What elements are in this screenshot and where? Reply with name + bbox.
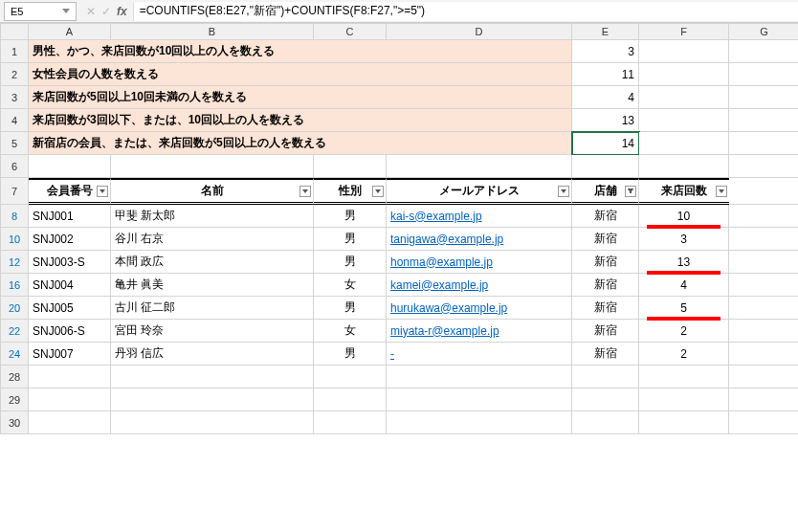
mail-link[interactable]: miyata-r@example.jp (390, 324, 499, 338)
empty-cell[interactable] (639, 411, 729, 434)
cell-visit[interactable]: 4 (639, 274, 729, 297)
cell-mail[interactable]: hurukawa@example.jp (387, 297, 572, 320)
empty-cell[interactable] (729, 320, 798, 343)
cell-visit[interactable]: 2 (639, 320, 729, 343)
empty-cell[interactable] (111, 411, 314, 434)
col-header-F[interactable]: F (639, 23, 729, 40)
col-header-G[interactable]: G (729, 23, 798, 40)
empty-cell[interactable] (729, 388, 798, 411)
cell-id[interactable]: SNJ005 (29, 297, 111, 320)
empty-cell[interactable] (729, 274, 798, 297)
cell-id[interactable]: SNJ006-S (29, 320, 111, 343)
row-header[interactable]: 1 (0, 40, 29, 63)
cell-id[interactable]: SNJ004 (29, 274, 111, 297)
empty-cell[interactable] (314, 155, 387, 178)
empty-cell[interactable] (29, 388, 111, 411)
cell-sex[interactable]: 男 (314, 251, 387, 274)
cell-visit[interactable]: 10 (639, 205, 729, 228)
table-header-visit[interactable]: 来店回数 (639, 178, 729, 205)
row-header[interactable]: 16 (0, 274, 29, 297)
empty-cell[interactable] (572, 155, 639, 178)
cell-name[interactable]: 甲斐 新太郎 (111, 205, 314, 228)
empty-cell[interactable] (314, 388, 387, 411)
empty-cell[interactable] (729, 228, 798, 251)
filter-icon[interactable] (372, 186, 384, 197)
row-header[interactable]: 4 (0, 109, 29, 132)
cell-visit[interactable]: 2 (639, 343, 729, 366)
empty-cell[interactable] (387, 388, 572, 411)
empty-cell[interactable] (639, 63, 729, 86)
cell-mail[interactable]: honma@example.jp (387, 251, 572, 274)
cell-mail[interactable]: kai-s@example.jp (387, 205, 572, 228)
table-header-sex[interactable]: 性別 (314, 178, 387, 205)
cell-shop[interactable]: 新宿 (572, 205, 639, 228)
mail-link[interactable]: kai-s@example.jp (390, 210, 482, 223)
row-header[interactable]: 6 (0, 155, 29, 178)
empty-cell[interactable] (572, 411, 639, 434)
cell-sex[interactable]: 男 (314, 205, 387, 228)
table-header-id[interactable]: 会員番号 (29, 178, 111, 205)
row-header[interactable]: 2 (0, 63, 29, 86)
mail-link[interactable]: kamei@example.jp (390, 278, 488, 292)
empty-cell[interactable] (639, 155, 729, 178)
cell-shop[interactable]: 新宿 (572, 228, 639, 251)
cell-name[interactable]: 丹羽 信広 (111, 343, 314, 366)
cell-sex[interactable]: 男 (314, 228, 387, 251)
desc-cell[interactable]: 女性会員の人数を数える (29, 63, 572, 86)
empty-cell[interactable] (729, 132, 798, 155)
empty-cell[interactable] (639, 86, 729, 109)
col-header-B[interactable]: B (111, 23, 314, 40)
cell-sex[interactable]: 男 (314, 343, 387, 366)
empty-cell[interactable] (729, 178, 798, 205)
row-header[interactable]: 20 (0, 297, 29, 320)
enter-icon[interactable]: ✓ (101, 5, 111, 18)
filter-icon-active[interactable] (625, 186, 636, 197)
empty-cell[interactable] (729, 40, 798, 63)
spreadsheet-grid[interactable]: ABCDEFG1男性、かつ、来店回数が10回以上の人を数える32女性会員の人数を… (0, 23, 798, 434)
cell-sex[interactable]: 男 (314, 297, 387, 320)
col-header-D[interactable]: D (387, 23, 572, 40)
cell-name[interactable]: 亀井 眞美 (111, 274, 314, 297)
empty-cell[interactable] (29, 411, 111, 434)
col-header-C[interactable]: C (314, 23, 387, 40)
table-header-name[interactable]: 名前 (111, 178, 314, 205)
empty-cell[interactable] (729, 297, 798, 320)
col-header-A[interactable]: A (29, 23, 111, 40)
empty-cell[interactable] (729, 63, 798, 86)
cell-name[interactable]: 宮田 玲奈 (111, 320, 314, 343)
row-header[interactable]: 8 (0, 205, 29, 228)
cell-mail[interactable]: miyata-r@example.jp (387, 320, 572, 343)
cell-id[interactable]: SNJ002 (29, 228, 111, 251)
empty-cell[interactable] (729, 155, 798, 178)
empty-cell[interactable] (111, 388, 314, 411)
empty-cell[interactable] (639, 132, 729, 155)
cell-visit[interactable]: 13 (639, 251, 729, 274)
cell-name[interactable]: 本間 政広 (111, 251, 314, 274)
empty-cell[interactable] (639, 109, 729, 132)
cell-mail[interactable]: tanigawa@example.jp (387, 228, 572, 251)
cell-shop[interactable]: 新宿 (572, 297, 639, 320)
cell-id[interactable]: SNJ001 (29, 205, 111, 228)
empty-cell[interactable] (729, 251, 798, 274)
empty-cell[interactable] (314, 366, 387, 388)
row-header[interactable]: 29 (0, 388, 29, 411)
fx-icon[interactable]: fx (117, 5, 127, 18)
empty-cell[interactable] (729, 366, 798, 388)
row-header[interactable]: 7 (0, 178, 29, 205)
cell-visit[interactable]: 5 (639, 297, 729, 320)
cell-shop[interactable]: 新宿 (572, 343, 639, 366)
empty-cell[interactable] (111, 366, 314, 388)
cell-name[interactable]: 古川 征二郎 (111, 297, 314, 320)
cell-sex[interactable]: 女 (314, 274, 387, 297)
cell-shop[interactable]: 新宿 (572, 251, 639, 274)
empty-cell[interactable] (639, 40, 729, 63)
empty-cell[interactable] (729, 109, 798, 132)
row-header[interactable]: 3 (0, 86, 29, 109)
table-header-mail[interactable]: メールアドレス (387, 178, 572, 205)
name-box[interactable]: E5 (4, 2, 77, 21)
empty-cell[interactable] (572, 388, 639, 411)
select-all-corner[interactable] (0, 23, 29, 40)
mail-link[interactable]: - (390, 347, 394, 361)
name-box-dropdown-icon[interactable] (62, 9, 70, 13)
desc-cell[interactable]: 新宿店の会員、または、来店回数が5回以上の人を数える (29, 132, 572, 155)
